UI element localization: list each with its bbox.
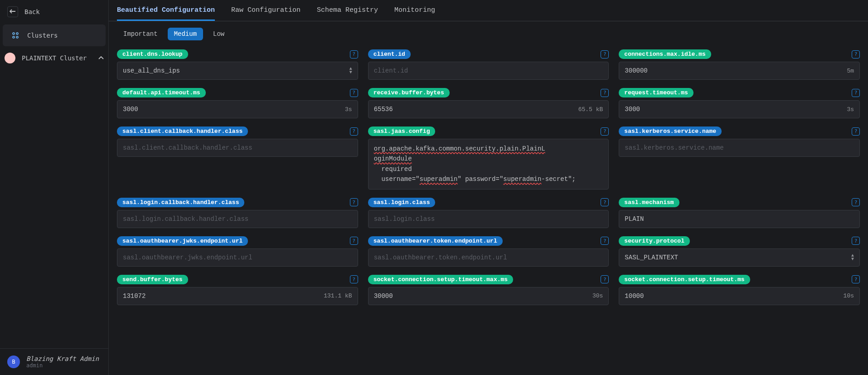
help-icon[interactable]: ? [601, 127, 609, 136]
help-icon[interactable]: ? [601, 198, 609, 206]
config-item-socket-connection-setup-timeout-ms: socket.connection.setup.timeout.ms?10000… [619, 275, 860, 305]
config-select[interactable]: SASL_PLAINTEXT▲▼ [619, 248, 860, 267]
svg-point-3 [16, 36, 18, 38]
config-value: 131072 [123, 292, 145, 300]
help-icon[interactable]: ? [350, 237, 358, 245]
tab-schema-registry[interactable]: Schema Registry [317, 0, 378, 21]
cluster-name: PLAINTEXT Cluster [22, 54, 87, 62]
jaas-textarea[interactable]: org.apache.kafka.common.security.plain.P… [368, 139, 609, 190]
help-icon[interactable]: ? [852, 237, 860, 245]
config-item-sasl-mechanism: sasl.mechanism?PLAIN [619, 198, 860, 228]
filter-low[interactable]: Low [207, 28, 231, 40]
config-header: socket.connection.setup.timeout.ms? [619, 275, 860, 284]
config-input[interactable]: 30003s [117, 100, 358, 118]
help-icon[interactable]: ? [350, 198, 358, 206]
config-header: send.buffer.bytes? [117, 275, 358, 284]
back-button[interactable]: Back [0, 0, 108, 24]
sidebar-item-clusters[interactable]: Clusters [3, 24, 106, 46]
config-input[interactable]: sasl.login.callback.handler.class [117, 210, 358, 228]
config-header: sasl.kerberos.service.name? [619, 127, 860, 136]
config-grid: client.dns.lookup?use_all_dns_ips▲▼clien… [109, 43, 868, 312]
config-input[interactable]: 6553665.5 kB [368, 100, 609, 118]
config-item-connections-max-idle-ms: connections.max.idle.ms?3000005m [619, 49, 860, 80]
config-header: sasl.login.class? [368, 198, 609, 207]
sidebar: Back Clusters PLAINTEXT Cluster B Blazin… [0, 0, 109, 375]
help-icon[interactable]: ? [852, 89, 860, 97]
config-input[interactable]: client.id [368, 62, 609, 80]
config-item-send-buffer-bytes: send.buffer.bytes?131072131.1 kB [117, 275, 358, 305]
user-section[interactable]: B Blazing Kraft Admin admin [0, 348, 108, 375]
help-icon[interactable]: ? [601, 50, 609, 58]
config-value: 30000 [374, 292, 393, 300]
help-icon[interactable]: ? [852, 50, 860, 58]
config-placeholder: sasl.oauthbearer.jwks.endpoint.url [123, 254, 252, 261]
config-header: client.dns.lookup? [117, 49, 358, 59]
config-input[interactable]: 30003s [619, 100, 860, 118]
config-item-socket-connection-setup-timeout-max-ms: socket.connection.setup.timeout.max.ms?3… [368, 275, 609, 305]
config-input[interactable]: 3000005m [619, 62, 860, 80]
config-suffix: 131.1 kB [324, 292, 352, 299]
config-input[interactable]: sasl.login.class [368, 210, 609, 228]
config-input[interactable]: sasl.client.callback.handler.class [117, 139, 358, 157]
avatar: B [7, 356, 20, 368]
config-suffix: 3s [847, 106, 854, 113]
config-label: sasl.client.callback.handler.class [117, 127, 248, 136]
config-select[interactable]: use_all_dns_ips▲▼ [117, 62, 358, 80]
cluster-node[interactable]: PLAINTEXT Cluster [0, 47, 108, 69]
config-header: security.protocol? [619, 236, 860, 246]
config-header: request.timeout.ms? [619, 88, 860, 97]
config-input[interactable]: 131072131.1 kB [117, 287, 358, 305]
config-placeholder: sasl.client.callback.handler.class [123, 144, 252, 151]
help-icon[interactable]: ? [350, 50, 358, 58]
config-label: sasl.kerberos.service.name [619, 127, 722, 136]
config-input[interactable]: PLAIN [619, 210, 860, 228]
config-value: 3000 [123, 106, 138, 113]
config-item-sasl-jaas-config: sasl.jaas.config?org.apache.kafka.common… [368, 127, 609, 190]
help-icon[interactable]: ? [350, 127, 358, 136]
config-placeholder: sasl.kerberos.service.name [625, 144, 723, 151]
config-input[interactable]: 3000030s [368, 287, 609, 305]
config-input[interactable]: sasl.oauthbearer.jwks.endpoint.url [117, 248, 358, 267]
config-input[interactable]: sasl.oauthbearer.token.endpoint.url [368, 248, 609, 267]
select-caret-icon: ▲▼ [851, 254, 854, 261]
help-icon[interactable]: ? [350, 275, 358, 283]
help-icon[interactable]: ? [601, 237, 609, 245]
config-header: receive.buffer.bytes? [368, 88, 609, 97]
tab-beautified-configuration[interactable]: Beautified Configuration [117, 0, 215, 21]
help-icon[interactable]: ? [350, 89, 358, 97]
config-header: sasl.client.callback.handler.class? [117, 127, 358, 136]
config-label: socket.connection.setup.timeout.ms [619, 275, 750, 284]
filter-row: ImportantMediumLow [109, 21, 868, 43]
config-item-security-protocol: security.protocol?SASL_PLAINTEXT▲▼ [619, 236, 860, 267]
filter-important[interactable]: Important [117, 28, 164, 40]
config-item-request-timeout-ms: request.timeout.ms?30003s [619, 88, 860, 118]
help-icon[interactable]: ? [852, 198, 860, 206]
filter-medium[interactable]: Medium [168, 28, 203, 40]
svg-point-1 [16, 33, 18, 34]
tab-monitoring[interactable]: Monitoring [394, 0, 435, 21]
main-content: Beautified ConfigurationRaw Configuratio… [109, 0, 868, 375]
config-label: send.buffer.bytes [117, 275, 188, 284]
chevron-up-icon [98, 56, 104, 60]
config-label: request.timeout.ms [619, 88, 693, 97]
config-value: PLAIN [625, 215, 644, 223]
config-header: sasl.login.callback.handler.class? [117, 198, 358, 207]
user-name: Blazing Kraft Admin [26, 355, 99, 362]
config-item-sasl-oauthbearer-token-endpoint-url: sasl.oauthbearer.token.endpoint.url?sasl… [368, 236, 609, 267]
config-label: socket.connection.setup.timeout.max.ms [368, 275, 513, 284]
help-icon[interactable]: ? [852, 127, 860, 136]
config-value: 3000 [625, 106, 640, 113]
config-input[interactable]: sasl.kerberos.service.name [619, 139, 860, 157]
tab-raw-configuration[interactable]: Raw Configuration [231, 0, 301, 21]
config-label: client.dns.lookup [117, 49, 188, 59]
help-icon[interactable]: ? [601, 89, 609, 97]
help-icon[interactable]: ? [601, 275, 609, 283]
help-icon[interactable]: ? [852, 275, 860, 283]
svg-point-0 [13, 33, 15, 34]
config-label: sasl.oauthbearer.jwks.endpoint.url [117, 236, 248, 246]
config-header: socket.connection.setup.timeout.max.ms? [368, 275, 609, 284]
config-label: sasl.oauthbearer.token.endpoint.url [368, 236, 503, 246]
config-input[interactable]: 1000010s [619, 287, 860, 305]
config-header: sasl.mechanism? [619, 198, 860, 207]
config-suffix: 30s [592, 292, 603, 299]
